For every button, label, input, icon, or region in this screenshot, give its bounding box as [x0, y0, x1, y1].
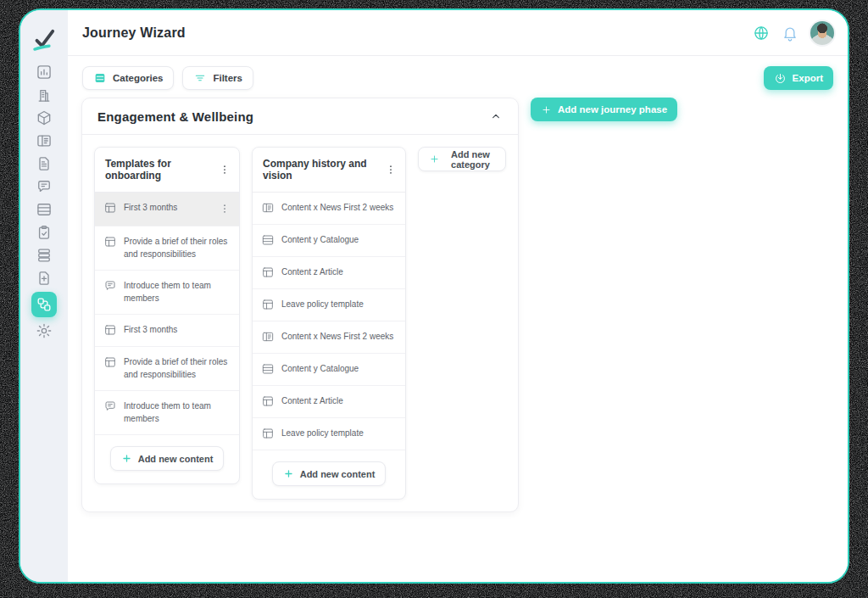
- categories-button[interactable]: Categories: [82, 66, 174, 90]
- chart-bar-icon: [36, 64, 53, 81]
- template-icon: [103, 201, 117, 215]
- sidebar: [20, 10, 68, 582]
- filter-icon: [193, 71, 207, 85]
- app-logo: [20, 25, 68, 54]
- add-content-button[interactable]: Add new content: [272, 461, 387, 486]
- catalogue-icon: [261, 362, 275, 376]
- category-column-header: Templates for onboarding: [95, 148, 239, 193]
- bell-icon[interactable]: [782, 25, 798, 42]
- phase-body: Templates for onboardingFirst 3 monthsPr…: [82, 135, 518, 511]
- content-item[interactable]: Introduce them to team members: [95, 271, 239, 315]
- content-item[interactable]: Content z Article: [253, 257, 405, 289]
- globe-icon[interactable]: [753, 25, 770, 42]
- kebab-menu-icon[interactable]: [217, 162, 232, 177]
- add-content-button[interactable]: Add new content: [110, 446, 225, 471]
- content-item[interactable]: Introduce them to team members: [95, 391, 239, 435]
- file-plus-icon: [36, 270, 53, 287]
- stack-icon: [36, 247, 53, 264]
- catalogue-icon: [261, 233, 275, 247]
- content-item[interactable]: First 3 months: [95, 193, 239, 226]
- add-content-label: Add new content: [300, 469, 376, 479]
- content-item[interactable]: Content y Catalogue: [253, 225, 405, 257]
- content-item-label: Leave policy template: [281, 299, 398, 311]
- content-item[interactable]: Leave policy template: [253, 289, 405, 321]
- sidebar-item-organization[interactable]: [35, 86, 53, 104]
- categories-icon: [93, 71, 107, 85]
- content-item-label: Leave policy template: [281, 428, 398, 440]
- sidebar-item-messages[interactable]: [35, 177, 53, 196]
- sidebar-item-documents[interactable]: [35, 154, 53, 173]
- content-item[interactable]: Content x News First 2 weeks: [253, 193, 405, 225]
- chevron-up-icon[interactable]: [489, 109, 503, 123]
- category-column-header: Company history and vision: [253, 148, 405, 193]
- category-column: Company history and visionContent x News…: [252, 147, 406, 500]
- content-item-label: Provide a brief of their roles and respo…: [124, 236, 232, 260]
- categories-label: Categories: [113, 73, 163, 83]
- plus-icon: [541, 104, 552, 115]
- add-content-area: Add new content: [253, 450, 405, 499]
- add-journey-phase-label: Add new journey phase: [558, 104, 667, 115]
- sidebar-item-settings[interactable]: [35, 321, 53, 340]
- gear-icon: [36, 322, 53, 339]
- filters-button[interactable]: Filters: [182, 66, 253, 90]
- sidebar-item-packages[interactable]: [35, 109, 53, 127]
- filters-label: Filters: [213, 73, 242, 83]
- plus-icon: [121, 453, 132, 464]
- content-item-label: Content z Article: [281, 395, 398, 408]
- journey-icon: [36, 296, 53, 313]
- chat-icon: [103, 400, 117, 413]
- phase-header: Engagement & Wellbeing: [82, 98, 518, 135]
- news-icon: [36, 132, 53, 149]
- page-title: Journey Wizard: [82, 25, 186, 41]
- category-title: Company history and vision: [263, 158, 383, 182]
- sidebar-item-analytics[interactable]: [35, 63, 53, 81]
- sidebar-item-news[interactable]: [35, 131, 53, 150]
- add-content-area: Add new content: [95, 435, 239, 483]
- content-item[interactable]: Provide a brief of their roles and respo…: [95, 226, 239, 271]
- sidebar-nav: [20, 63, 68, 340]
- content-item[interactable]: Content z Article: [253, 386, 405, 418]
- header-actions: [753, 10, 834, 56]
- content-item-label: Provide a brief of their roles and respo…: [124, 356, 232, 381]
- template-icon: [261, 427, 275, 440]
- plus-icon: [429, 154, 440, 165]
- export-button[interactable]: Export: [764, 66, 833, 90]
- app-window: Journey Wizard Categories: [19, 8, 849, 584]
- content-item-label: Content x News First 2 weeks: [281, 331, 398, 344]
- content-item[interactable]: First 3 months: [95, 315, 239, 347]
- sidebar-item-catalogue[interactable]: [35, 246, 53, 265]
- cube-icon: [36, 109, 53, 126]
- sidebar-item-tasks[interactable]: [35, 223, 53, 242]
- category-title: Templates for onboarding: [105, 158, 217, 182]
- download-icon: [774, 72, 787, 85]
- app-header: Journey Wizard: [68, 10, 848, 56]
- content-item-label: Content z Article: [281, 266, 398, 279]
- content-item[interactable]: Content y Catalogue: [253, 354, 405, 386]
- plus-icon: [283, 468, 294, 479]
- sidebar-item-journey-wizard[interactable]: [31, 292, 57, 317]
- content-item[interactable]: Content x News First 2 weeks: [253, 321, 405, 354]
- content-item[interactable]: Leave policy template: [253, 418, 405, 450]
- content-item-label: Content y Catalogue: [281, 234, 398, 247]
- sidebar-item-lists[interactable]: [35, 200, 53, 219]
- main-area: Journey Wizard Categories: [68, 10, 848, 582]
- content-item-label: Introduce them to team members: [124, 400, 232, 425]
- content-item-label: Content y Catalogue: [281, 363, 398, 376]
- template-icon: [261, 265, 275, 279]
- user-avatar[interactable]: [810, 21, 834, 45]
- sidebar-item-add-file[interactable]: [35, 269, 53, 288]
- template-icon: [261, 298, 275, 311]
- news-icon: [261, 201, 275, 215]
- add-category-button[interactable]: Add new category: [418, 147, 506, 171]
- toolbar: Categories Filters: [82, 66, 253, 90]
- content-item[interactable]: Provide a brief of their roles and respo…: [95, 347, 239, 391]
- template-icon: [103, 235, 117, 249]
- kebab-menu-icon[interactable]: [217, 201, 232, 216]
- template-icon: [103, 323, 117, 337]
- add-journey-phase-button[interactable]: Add new journey phase: [531, 98, 677, 121]
- content-item-label: Content x News First 2 weeks: [281, 202, 398, 215]
- content-item-label: First 3 months: [124, 324, 232, 337]
- clipboard-check-icon: [36, 224, 53, 241]
- kebab-menu-icon[interactable]: [383, 162, 398, 177]
- template-icon: [103, 355, 117, 369]
